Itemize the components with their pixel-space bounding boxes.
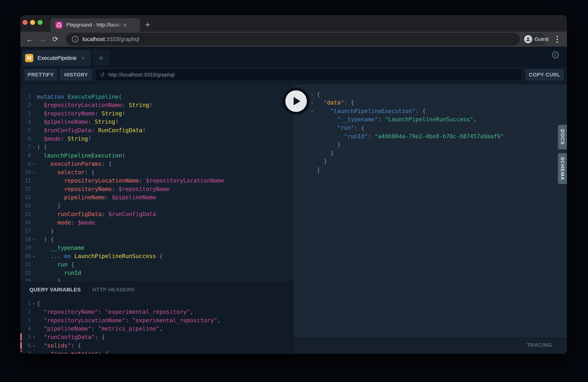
line-number: 22 bbox=[20, 270, 31, 276]
variable-line: 7▾"save_metrics": { bbox=[20, 350, 294, 354]
browser-tab[interactable]: Playground - http://localhost:3 × bbox=[50, 18, 140, 32]
variable-line: 6▾"solids": { bbox=[20, 341, 294, 350]
fold-arrow-icon[interactable]: ▾ bbox=[31, 170, 37, 175]
edited-line-marker-icon bbox=[20, 350, 22, 354]
line-number: 4 bbox=[20, 119, 31, 125]
execute-query-button[interactable] bbox=[282, 87, 310, 115]
response-line: ▾"data": { bbox=[294, 99, 567, 107]
line-number: 1 bbox=[20, 301, 31, 306]
query-line: 10▾selector: { bbox=[20, 168, 294, 176]
fold-arrow-icon[interactable]: ▾ bbox=[31, 254, 37, 259]
response-viewer: ▾{▾"data": {▾"launchPipelineExecution": … bbox=[294, 85, 567, 338]
browser-tab-title: Playground - http://localhost:3 bbox=[66, 22, 123, 28]
response-line: ▾"launchPipelineExecution": { bbox=[294, 107, 567, 115]
edited-line-marker-icon bbox=[20, 333, 22, 340]
schema-side-tab[interactable]: SCHEMA bbox=[558, 153, 567, 184]
query-line: 14} bbox=[20, 202, 294, 210]
endpoint-input[interactable]: ↺ http://localhost:3333/graphql bbox=[95, 68, 523, 81]
line-number: 8 bbox=[20, 152, 31, 158]
line-number: 23 bbox=[20, 278, 31, 282]
tab-query-variables[interactable]: QUERY VARIABLES bbox=[29, 287, 81, 293]
prettify-button[interactable]: PRETTIFY bbox=[24, 69, 57, 81]
query-editor[interactable]: 1mutation ExecutePipeline(2$repositoryLo… bbox=[20, 85, 294, 282]
response-line: "run": { bbox=[294, 124, 567, 132]
line-number: 7 bbox=[20, 144, 31, 150]
fold-arrow-icon[interactable]: ▾ bbox=[31, 145, 37, 150]
tracing-label[interactable]: TRACING bbox=[527, 342, 552, 348]
query-line: 17} bbox=[20, 227, 294, 235]
variable-line: 4"pipelineName": "metrics_pipeline", bbox=[20, 324, 294, 333]
site-info-icon[interactable]: i bbox=[72, 36, 78, 42]
browser-tabstrip: Playground - http://localhost:3 × + bbox=[20, 15, 567, 32]
edited-line-marker-icon bbox=[20, 342, 22, 349]
line-number: 14 bbox=[20, 203, 31, 209]
new-tab-button[interactable]: + bbox=[142, 19, 153, 30]
query-line: 2$repositoryLocationName: String! bbox=[20, 101, 294, 109]
window-minimize-button[interactable] bbox=[30, 20, 35, 25]
query-line: 5$runConfigData: RunConfigData! bbox=[20, 126, 294, 134]
query-line: 1mutation ExecutePipeline( bbox=[20, 92, 294, 101]
settings-gear-icon[interactable]: ⚙ bbox=[549, 48, 562, 62]
fold-arrow-icon[interactable]: ▾ bbox=[31, 343, 37, 348]
line-number: 1 bbox=[20, 94, 31, 100]
docs-side-tab[interactable]: DOCS bbox=[558, 125, 567, 149]
line-number: 11 bbox=[20, 178, 31, 184]
line-number: 21 bbox=[20, 262, 31, 267]
line-number: 17 bbox=[20, 228, 31, 234]
line-number: 2 bbox=[20, 309, 31, 315]
fold-arrow-icon[interactable]: ▾ bbox=[31, 334, 37, 340]
history-button[interactable]: HISTORY bbox=[60, 69, 92, 81]
fold-arrow-icon[interactable]: ▾ bbox=[31, 351, 37, 354]
response-line: } bbox=[294, 140, 567, 149]
window-close-button[interactable] bbox=[22, 20, 27, 25]
query-line: 16mode: $mode bbox=[20, 218, 294, 227]
tab-http-headers[interactable]: HTTP HEADERS bbox=[92, 287, 134, 293]
variables-editor[interactable]: 1▾{2"repositoryName": "experimental_repo… bbox=[20, 294, 294, 354]
add-session-tab-button[interactable]: + bbox=[93, 50, 109, 66]
endpoint-reload-icon[interactable]: ↺ bbox=[100, 72, 105, 78]
session-tab-executepipeline[interactable]: M ExecutePipeline × bbox=[22, 50, 91, 66]
forward-icon[interactable]: → bbox=[37, 32, 48, 47]
query-line: 8launchPipelineExecution( bbox=[20, 151, 294, 160]
line-number: 6 bbox=[20, 136, 31, 142]
session-tab-close-icon[interactable]: × bbox=[81, 55, 85, 61]
line-number: 2 bbox=[20, 102, 31, 108]
line-number: 6 bbox=[20, 343, 31, 348]
response-line: "__typename": "LaunchPipelineRunSuccess"… bbox=[294, 115, 567, 124]
query-line: 9▾executionParams: { bbox=[20, 160, 294, 168]
response-line: ▾{ bbox=[294, 90, 567, 99]
fold-arrow-icon[interactable]: ▾ bbox=[31, 301, 37, 306]
line-number: 9 bbox=[20, 161, 31, 167]
line-number: 20 bbox=[20, 253, 31, 259]
graphql-favicon-icon bbox=[55, 21, 63, 29]
back-icon[interactable]: ← bbox=[24, 32, 35, 47]
variables-section: QUERY VARIABLES HTTP HEADERS 1▾{2"reposi… bbox=[20, 282, 294, 354]
query-line: 15runConfigData: $runConfigData bbox=[20, 210, 294, 218]
url-text[interactable]: localhost:3333/graphql bbox=[83, 36, 139, 42]
fold-arrow-icon[interactable]: ▾ bbox=[31, 237, 37, 242]
browser-menu-icon[interactable] bbox=[553, 32, 561, 47]
line-number: 4 bbox=[20, 326, 31, 332]
query-line: 6$mode: String! bbox=[20, 134, 294, 143]
query-line: 13pipelineName: $pipelineName bbox=[20, 193, 294, 202]
variable-line: 1▾{ bbox=[20, 299, 294, 308]
variables-header: QUERY VARIABLES HTTP HEADERS bbox=[20, 282, 294, 294]
query-line: 11repositoryLocationName: $repositoryLoc… bbox=[20, 176, 294, 185]
tab-close-icon[interactable]: × bbox=[123, 22, 127, 28]
address-bar[interactable]: i localhost:3333/graphql bbox=[66, 33, 520, 45]
line-number: 5 bbox=[20, 334, 31, 340]
reload-icon[interactable]: ⟳ bbox=[50, 32, 61, 47]
fold-arrow-icon[interactable]: ▾ bbox=[31, 161, 37, 167]
tracing-bar: TRACING bbox=[294, 338, 567, 354]
line-number: 5 bbox=[20, 127, 31, 133]
response-pane: ▾{▾"data": {▾"launchPipelineExecution": … bbox=[294, 85, 567, 354]
line-number: 13 bbox=[20, 194, 31, 200]
copy-curl-button[interactable]: COPY CURL bbox=[525, 69, 564, 81]
query-line: 19__typename bbox=[20, 244, 294, 252]
profile-button[interactable]: Guest bbox=[522, 33, 546, 46]
window-zoom-button[interactable] bbox=[38, 20, 42, 25]
line-number: 3 bbox=[20, 110, 31, 116]
browser-navbar: ← → ⟳ i localhost:3333/graphql Guest bbox=[20, 32, 567, 47]
query-line: 4$pipelineName: String! bbox=[20, 118, 294, 126]
graphql-playground: M ExecutePipeline × + ⚙ PRETTIFY HISTORY… bbox=[20, 47, 567, 354]
